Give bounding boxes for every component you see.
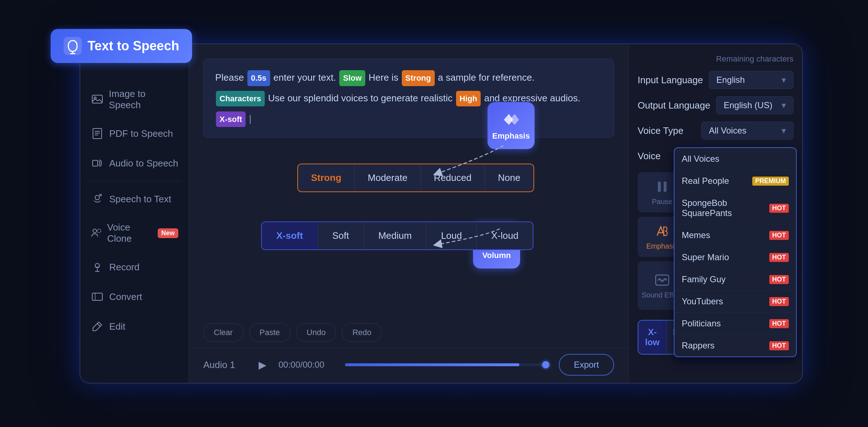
cursor: |	[249, 113, 252, 124]
vol-xloud[interactable]: X-loud	[477, 222, 533, 249]
svg-line-17	[97, 324, 100, 326]
audio-player: Audio 1 ▶ 00:00/00:00 Export	[189, 348, 629, 383]
output-language-row: Output Language English (US)	[638, 96, 793, 114]
voice-type-value[interactable]: All Voices All Voices Real People PREMIU…	[701, 122, 793, 140]
progress-bar[interactable]	[345, 363, 550, 366]
progress-thumb	[542, 361, 549, 368]
dropdown-politicians[interactable]: Politicians HOT	[675, 313, 796, 335]
input-language-value[interactable]: English	[709, 71, 793, 89]
convert-icon	[90, 290, 104, 304]
dropdown-family-guy[interactable]: Family Guy HOT	[675, 269, 796, 291]
record-icon	[90, 260, 104, 274]
pause-label: Pause	[652, 198, 672, 206]
text-display[interactable]: Please 0.5s enter your text. Slow Here i…	[203, 59, 614, 138]
hot-badge: HOT	[769, 275, 789, 284]
vol-medium[interactable]: Medium	[364, 222, 426, 249]
emphasis-float-label: Emphasis	[492, 131, 530, 141]
pause-icon	[654, 179, 670, 195]
main-content: Please 0.5s enter your text. Slow Here i…	[189, 44, 629, 383]
emphasis-grid-icon	[654, 223, 670, 239]
tag-0.5s: 0.5s	[247, 70, 270, 86]
svg-rect-6	[93, 160, 98, 166]
edit-icon	[90, 320, 104, 333]
redo-button[interactable]: Redo	[342, 323, 382, 342]
emphasis-moderate[interactable]: Moderate	[355, 164, 421, 191]
sidebar-label-pdf-to-speech: PDF to Speech	[109, 128, 173, 139]
sidebar-item-image-to-speech[interactable]: Image to Speech	[80, 80, 188, 119]
hot-badge: HOT	[769, 341, 789, 350]
dropdown-real-people[interactable]: Real People PREMIUM	[675, 170, 796, 192]
tag-slow: Slow	[339, 70, 365, 86]
sidebar-item-record[interactable]: Record	[80, 252, 188, 282]
dropdown-spongebob[interactable]: SpongeBob SquarePants HOT	[675, 192, 796, 224]
text-before: Please	[215, 72, 247, 83]
sidebar-item-convert[interactable]: Convert	[80, 282, 188, 312]
audio-name: Audio 1	[203, 359, 247, 371]
emphasis-options: Strong Moderate Reduced None	[297, 164, 534, 192]
voice-type-label: Voice Type	[638, 125, 695, 136]
voice-type-dropdown: All Voices Real People PREMIUM SpongeBob…	[674, 147, 797, 357]
output-language-label: Output Language	[638, 100, 710, 111]
input-language-label: Input Language	[638, 75, 703, 86]
progress-fill	[345, 363, 519, 366]
undo-button[interactable]: Undo	[296, 323, 336, 342]
paste-button[interactable]: Paste	[249, 323, 290, 342]
volume-float-label: Volumn	[482, 251, 511, 260]
svg-rect-3	[92, 95, 102, 103]
vol-loud[interactable]: Loud	[426, 222, 477, 249]
sidebar-item-audio-to-speech[interactable]: Audio to Speech	[80, 148, 188, 178]
output-language-value[interactable]: English (US)	[716, 96, 793, 114]
sidebar-label-record: Record	[109, 262, 140, 273]
vol-soft[interactable]: Soft	[318, 222, 364, 249]
sidebar-item-edit[interactable]: Edit	[80, 312, 188, 341]
svg-point-7	[95, 195, 99, 200]
logo-icon	[64, 37, 82, 55]
svg-rect-15	[92, 293, 102, 300]
sidebar-label-convert: Convert	[109, 291, 142, 303]
emphasis-float-icon	[502, 110, 520, 129]
sidebar-label-image-to-speech: Image to Speech	[109, 88, 178, 111]
text-line2: Use our splendid voices to generate real…	[268, 93, 455, 103]
export-button[interactable]: Export	[559, 354, 614, 376]
hot-badge: HOT	[769, 204, 789, 213]
dropdown-memes[interactable]: Memes HOT	[675, 224, 796, 246]
volume-options: X-soft Soft Medium Loud X-loud	[261, 221, 533, 250]
svg-rect-19	[658, 182, 661, 192]
logo-label: Text to Speech	[88, 38, 179, 54]
dropdown-super-mario[interactable]: Super Mario HOT	[675, 246, 796, 269]
sidebar-item-speech-to-text[interactable]: Speech to Text	[80, 184, 188, 214]
sidebar-label-edit: Edit	[109, 321, 125, 332]
emphasis-none[interactable]: None	[485, 164, 533, 191]
tag-high: High	[456, 91, 481, 107]
voice-clone-icon	[90, 226, 102, 240]
svg-point-11	[97, 229, 101, 233]
hot-badge: HOT	[769, 231, 789, 240]
sidebar-label-audio-to-speech: Audio to Speech	[109, 158, 178, 169]
svg-rect-20	[664, 182, 667, 192]
sidebar-label-speech-to-text: Speech to Text	[109, 194, 171, 205]
dropdown-rappers[interactable]: Rappers HOT	[675, 335, 796, 356]
dropdown-all-voices[interactable]: All Voices	[675, 148, 796, 170]
new-badge: New	[158, 228, 178, 238]
sidebar-item-voice-clone[interactable]: Voice Clone New	[80, 214, 188, 252]
input-language-row: Input Language English	[638, 71, 793, 89]
hot-badge: HOT	[769, 253, 789, 262]
clear-button[interactable]: Clear	[203, 323, 243, 342]
pdf-icon	[90, 127, 104, 140]
text-mid2: Here is	[369, 72, 401, 83]
play-button[interactable]: ▶	[255, 359, 270, 371]
logo-button[interactable]: Text to Speech	[51, 29, 192, 63]
sidebar-item-pdf-to-speech[interactable]: PDF to Speech	[80, 119, 188, 148]
vol-xsoft[interactable]: X-soft	[262, 222, 318, 249]
pitch-xlow[interactable]: X-low	[638, 321, 667, 354]
emphasis-reduced[interactable]: Reduced	[421, 164, 485, 191]
editor-area: Please 0.5s enter your text. Slow Here i…	[189, 44, 629, 320]
time-display: 00:00/00:00	[278, 360, 336, 370]
emphasis-strong[interactable]: Strong	[298, 164, 355, 191]
voice-type-row: Voice Type All Voices All Voices Real Pe…	[638, 122, 793, 140]
sound-effect-icon	[654, 272, 670, 288]
speech-to-text-icon	[90, 192, 104, 206]
sidebar-label-voice-clone: Voice Clone	[107, 222, 150, 244]
floating-emphasis-button[interactable]: Emphasis	[488, 102, 535, 149]
dropdown-youtubers[interactable]: YouTubers HOT	[675, 291, 796, 313]
